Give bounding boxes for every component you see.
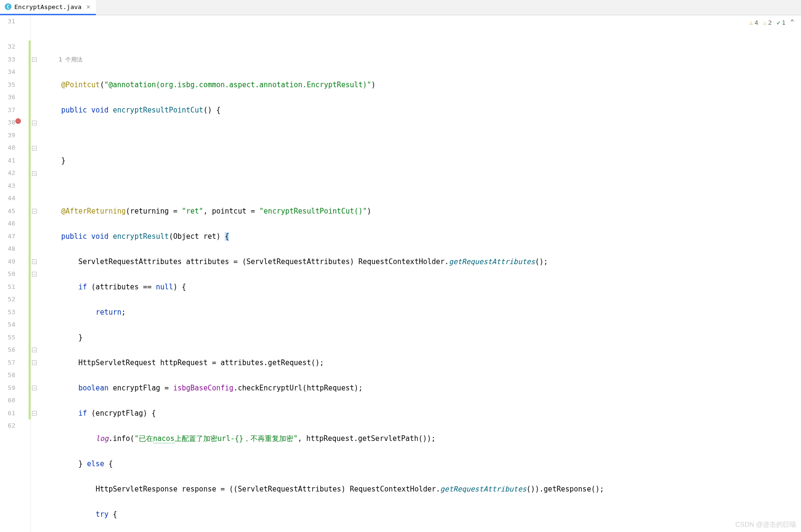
tab-encryptaspect[interactable]: C EncryptAspect.java ×	[0, 0, 96, 15]
line-number[interactable]: 41	[0, 154, 15, 167]
line-number[interactable]: 36	[0, 91, 15, 104]
code-area[interactable]: 1 个用法 @Pointcut("@annotation(org.isbg.co…	[38, 15, 801, 532]
line-number[interactable]: 59	[0, 382, 15, 395]
editor: ⚠4 ⚠2 ✔1 ^ 31 32 33 34 35 36 37 38 39 40…	[0, 15, 801, 532]
code-line[interactable]: try {	[44, 508, 801, 521]
tab-label: EncryptAspect.java	[14, 3, 82, 10]
warning-count: 4	[754, 19, 758, 26]
code-line[interactable]: if (encryptFlag) {	[44, 407, 801, 420]
line-number[interactable]: 46	[0, 217, 15, 230]
code-line[interactable]: public void encryptResult(Object ret) {	[44, 230, 801, 243]
fold-toggle-icon[interactable]: −	[32, 146, 37, 151]
usages-hint[interactable]: 1 个用法	[44, 53, 801, 66]
code-line[interactable]: return;	[44, 306, 801, 319]
fold-toggle-icon[interactable]: −	[32, 348, 37, 352]
code-line[interactable]	[44, 28, 801, 41]
code-line[interactable]	[44, 180, 801, 193]
line-number[interactable]: 55	[0, 331, 15, 344]
watermark: CSDN @进击的巨喵	[735, 521, 796, 529]
weak-warning-icon: ⚠	[763, 19, 767, 26]
line-number[interactable]: 51	[0, 281, 15, 294]
fold-bar: − − − − − − − − − − −	[31, 15, 38, 532]
line-number[interactable]: 47	[0, 230, 15, 243]
code-line[interactable]: log.info("已在nacos上配置了加密url-{}，不再重复加密", h…	[44, 432, 801, 445]
line-number[interactable]: 48	[0, 243, 15, 256]
code-line[interactable]	[44, 129, 801, 142]
code-line[interactable]: @AfterReturning(returning = "ret", point…	[44, 205, 801, 218]
code-line[interactable]: }	[44, 154, 801, 167]
code-line[interactable]: boolean encryptFlag = isbgBaseConfig.che…	[44, 382, 801, 395]
line-number[interactable]: 37	[0, 104, 15, 117]
line-number[interactable]: 54	[0, 318, 15, 331]
line-number[interactable]: 43	[0, 180, 15, 193]
fold-toggle-icon[interactable]: −	[32, 272, 37, 276]
chevron-up-icon[interactable]: ^	[791, 19, 794, 26]
line-number[interactable]: 31	[0, 15, 15, 28]
line-number[interactable]: 38	[0, 116, 15, 129]
ok-icon: ✔	[777, 19, 780, 26]
fold-toggle-icon[interactable]: −	[32, 209, 37, 214]
line-number[interactable]: 49	[0, 256, 15, 268]
warning-icon: ⚠	[749, 19, 753, 26]
line-number[interactable]: 35	[0, 79, 15, 92]
line-number[interactable]: 40	[0, 142, 15, 154]
line-number[interactable]: 50	[0, 268, 15, 281]
line-number[interactable]: 42	[0, 167, 15, 180]
code-line[interactable]: if (attributes == null) {	[44, 281, 801, 294]
line-number[interactable]: 52	[0, 293, 15, 306]
breakpoint-icon[interactable]	[14, 117, 23, 126]
fold-toggle-icon[interactable]: −	[32, 171, 37, 176]
code-line[interactable]: } else {	[44, 458, 801, 471]
line-number[interactable]: 58	[0, 369, 15, 382]
line-number[interactable]: 53	[0, 306, 15, 319]
line-number[interactable]: 56	[0, 344, 15, 357]
code-line[interactable]: HttpServletResponse response = ((Servlet…	[44, 483, 801, 496]
inspection-indicators[interactable]: ⚠4 ⚠2 ✔1 ^	[747, 17, 797, 28]
line-number[interactable]: 44	[0, 192, 15, 205]
fold-toggle-icon[interactable]: −	[32, 411, 37, 416]
fold-toggle-icon[interactable]: −	[32, 360, 37, 365]
tab-bar: C EncryptAspect.java ×	[0, 0, 801, 15]
line-number[interactable]: 62	[0, 419, 15, 432]
line-number[interactable]: 61	[0, 407, 15, 420]
line-number[interactable]: 45	[0, 205, 15, 218]
fold-toggle-icon[interactable]: −	[32, 386, 37, 390]
code-line[interactable]: HttpServletRequest httpRequest = attribu…	[44, 357, 801, 369]
java-class-icon: C	[5, 3, 11, 10]
gutter: 31 32 33 34 35 36 37 38 39 40 41 42 43 4…	[0, 15, 29, 532]
code-line[interactable]: public void encryptResultPointCut() {	[44, 104, 801, 117]
weak-warning-count: 2	[768, 19, 772, 26]
code-line[interactable]: @Pointcut("@annotation(org.isbg.common.a…	[44, 79, 801, 92]
line-number[interactable]: 33	[0, 53, 15, 66]
line-number[interactable]: 34	[0, 66, 15, 79]
close-icon[interactable]: ×	[84, 3, 92, 10]
ok-count: 1	[782, 19, 786, 26]
line-number[interactable]: 57	[0, 357, 15, 369]
line-number[interactable]: 60	[0, 394, 15, 407]
code-line[interactable]: ServletRequestAttributes attributes = (S…	[44, 256, 801, 268]
fold-toggle-icon[interactable]: −	[32, 57, 37, 62]
line-number[interactable]: 32	[0, 41, 15, 53]
code-line[interactable]: }	[44, 331, 801, 344]
fold-toggle-icon[interactable]: −	[32, 259, 37, 264]
fold-toggle-icon[interactable]: −	[32, 121, 37, 125]
line-number[interactable]: 39	[0, 129, 15, 142]
